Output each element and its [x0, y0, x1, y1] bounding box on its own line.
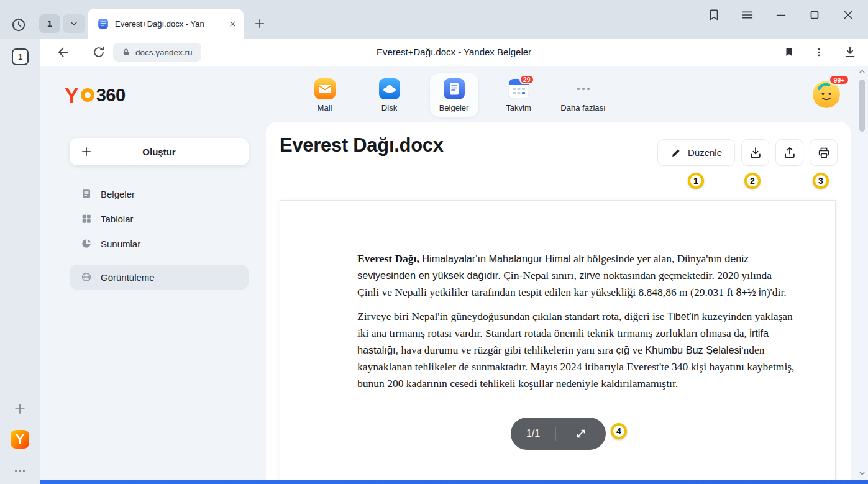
browser-tab-bar: 1 Everest+Dağı.docx - Yan: [0, 0, 868, 39]
more-dots-icon: [573, 78, 594, 99]
scroll-down-icon[interactable]: [859, 470, 866, 477]
domain-chip[interactable]: docs.yandex.ru: [113, 43, 201, 62]
address-bar-actions: [783, 39, 857, 66]
reload-button[interactable]: [92, 45, 106, 59]
sidebar-item-label: Sunumlar: [101, 239, 140, 249]
table-icon: [81, 213, 92, 224]
minimize-button[interactable]: [774, 7, 788, 22]
menu-icon[interactable]: [740, 7, 755, 22]
document-viewer-panel: Everest Dağı.docx Düzenle 1: [266, 122, 851, 484]
tab-list-chevron-icon[interactable]: [63, 14, 85, 33]
documents-sidebar: Oluştur Belgeler Tablolar: [40, 122, 266, 484]
tab-title: Everest+Dağı.docx - Yan: [115, 19, 222, 29]
kebab-menu-icon[interactable]: [813, 47, 825, 58]
yandex-logo-icon[interactable]: [11, 430, 29, 449]
sidebar-tab-counter-value: 1: [18, 52, 22, 62]
nav-label: Belgeler: [439, 103, 469, 112]
paragraph: Zirveye biri Nepal'in güneydoğusundan çı…: [357, 308, 795, 392]
calendar-badge: 29: [519, 75, 534, 84]
globe-icon: [81, 272, 92, 283]
sidebar-item-label: Görüntüleme: [101, 272, 155, 283]
page-scrollbar[interactable]: [858, 68, 866, 477]
fullscreen-icon[interactable]: [556, 427, 606, 440]
print-button[interactable]: [810, 139, 838, 166]
new-tab-button[interactable]: [251, 15, 268, 32]
nav-label: Disk: [381, 103, 397, 112]
nav-label: Mail: [318, 103, 332, 112]
nav-item-mail[interactable]: Mail: [301, 73, 349, 117]
document-title: Everest Dağı.docx: [280, 134, 444, 157]
plus-icon: [80, 145, 93, 158]
strip-more-icon[interactable]: [11, 462, 29, 480]
annotation-1: 1: [688, 173, 704, 189]
edit-label: Düzenle: [688, 147, 722, 158]
sidebar-tab-counter[interactable]: 1: [12, 48, 29, 65]
browser-window: 1 Everest+Dağı.docx - Yan: [0, 0, 868, 484]
create-button[interactable]: Oluştur: [70, 138, 249, 165]
sidebar-item-tablolar[interactable]: Tablolar: [70, 206, 249, 231]
address-bar: docs.yandex.ru Everest+Dağı.docx - Yande…: [40, 39, 868, 66]
sidebar-item-sunumlar[interactable]: Sunumlar: [70, 231, 249, 256]
maximize-button[interactable]: [807, 7, 822, 22]
web-content: Y 360 Mail Disk: [40, 66, 868, 484]
documents-icon: [444, 78, 465, 99]
nav-item-takvim[interactable]: Takvim 29: [495, 73, 543, 117]
nav-item-belgeler[interactable]: Belgeler: [430, 73, 478, 117]
document-text: Everest Dağı, Himalayalar'ın Mahalangur …: [357, 250, 795, 400]
pie-chart-icon: [81, 238, 92, 249]
lock-icon: [122, 48, 130, 57]
browser-tab[interactable]: Everest+Dağı.docx - Yan: [88, 9, 244, 39]
window-controls: [706, 7, 856, 22]
downloads-icon[interactable]: [843, 45, 857, 59]
sidebar-item-label: Belgeler: [101, 189, 135, 199]
mail-icon: [314, 78, 336, 99]
sidebar-item-belgeler[interactable]: Belgeler: [70, 181, 249, 206]
nav-item-more[interactable]: Daha fazlası: [559, 73, 608, 117]
annotation-4: 4: [611, 423, 627, 439]
page-title[interactable]: Everest+Dağı.docx - Yandex Belgeler: [245, 39, 663, 66]
notification-badge: 99+: [829, 75, 849, 85]
share-button[interactable]: [775, 139, 803, 166]
close-button[interactable]: [841, 7, 856, 22]
browser-side-strip: 1: [0, 39, 40, 484]
sidebar-menu: Belgeler Tablolar Sunumlar: [70, 181, 249, 290]
disk-icon: [379, 78, 400, 99]
edit-button[interactable]: Düzenle: [657, 139, 735, 166]
back-button[interactable]: [56, 45, 71, 60]
docs-favicon-icon: [98, 18, 109, 29]
document-actions: Düzenle: [657, 139, 838, 166]
tab-counter-value: 1: [47, 19, 52, 29]
sidebar-item-label: Tablolar: [101, 214, 134, 224]
history-icon[interactable]: [10, 16, 27, 34]
download-button[interactable]: [741, 139, 769, 166]
annotation-3: 3: [813, 173, 829, 189]
side-panel-icon[interactable]: [706, 7, 721, 22]
yandex360-header: Y 360 Mail Disk: [40, 66, 868, 122]
services-nav: Mail Disk Belgeler: [40, 73, 868, 117]
page-count: 1/1: [511, 428, 555, 439]
nav-item-disk[interactable]: Disk: [365, 73, 414, 117]
tab-close-icon[interactable]: [228, 19, 237, 29]
bookmark-icon[interactable]: [783, 47, 795, 58]
taskbar-edge: [40, 480, 868, 484]
paragraph: Everest Dağı, Himalayalar'ın Mahalangur …: [357, 250, 795, 301]
strip-add-icon[interactable]: [11, 400, 29, 418]
page-indicator: 1/1: [511, 418, 606, 450]
tab-counter[interactable]: 1: [39, 14, 60, 33]
domain-text: docs.yandex.ru: [135, 48, 193, 57]
scroll-up-icon[interactable]: [859, 68, 866, 75]
pencil-icon: [670, 147, 682, 158]
nav-label: Daha fazlası: [560, 103, 605, 112]
create-label: Oluştur: [142, 147, 175, 157]
scrollbar-thumb[interactable]: [859, 80, 865, 132]
sidebar-item-goruntuleme[interactable]: Görüntüleme: [70, 265, 249, 290]
document-icon: [81, 188, 92, 199]
nav-label: Takvim: [506, 103, 531, 112]
annotation-2: 2: [744, 173, 761, 189]
